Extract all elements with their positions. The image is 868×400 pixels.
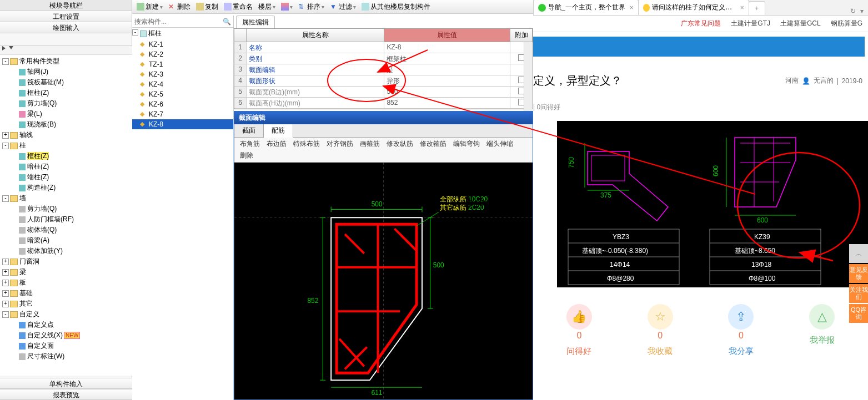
tree-item[interactable]: 剪力墙(Q) (2, 98, 130, 109)
section-tab[interactable]: 截面 (234, 124, 264, 137)
section-tool[interactable]: 画箍筋 (358, 139, 382, 149)
tree-category[interactable]: 墙 (2, 193, 130, 204)
collapse-icon[interactable] (9, 46, 13, 49)
section-tool[interactable]: 对齐钢筋 (324, 139, 355, 149)
property-row[interactable]: 6截面高(H边)(mm)852 (234, 98, 533, 109)
action-b[interactable]: ⇪0我分享 (728, 304, 754, 357)
action-y[interactable]: ☆0我收藏 (648, 304, 673, 357)
component-item[interactable]: KZ-5 (132, 89, 233, 99)
property-row[interactable]: 2类别框架柱 (234, 53, 533, 64)
tree-category[interactable]: 板 (2, 277, 130, 288)
tree-item[interactable]: 梁(L) (2, 109, 130, 119)
link-ggj[interactable]: 钢筋算量G (831, 19, 862, 28)
action-g[interactable]: △我举报 (809, 304, 835, 357)
component-item[interactable]: KZ-4 (132, 79, 233, 89)
tree-category[interactable]: 轴线 (2, 130, 130, 140)
expand-all-icon[interactable] (2, 46, 6, 50)
back-to-top[interactable]: ︿ (849, 244, 868, 263)
tree-item[interactable]: 自定义线(X)NEW (2, 330, 130, 341)
tree-category[interactable]: 自定义 (2, 309, 130, 320)
link-faq[interactable]: 广东常见问题 (681, 19, 721, 28)
property-row[interactable]: 5截面宽(B边)(mm)500 (234, 87, 533, 98)
tree-item[interactable]: 轴网(J) (2, 67, 130, 77)
section-tool[interactable]: 布角筋 (238, 139, 262, 149)
section-tool[interactable]: 修改箍筋 (418, 139, 449, 149)
tree-item[interactable]: 构造柱(Z) (2, 183, 130, 193)
layers-icon[interactable]: ▾ (279, 3, 295, 11)
tree-item[interactable]: 自定义面 (2, 341, 130, 351)
component-item[interactable]: KZ-7 (132, 109, 233, 119)
section-tab[interactable]: 配筋 (264, 124, 293, 138)
component-item[interactable]: KZ-1 (132, 39, 233, 49)
dim-bottom: 611 (372, 389, 383, 397)
component-item[interactable]: KZ-6 (132, 99, 233, 109)
copy-from-floors-button[interactable]: 从其他楼层复制构件 (359, 2, 433, 12)
close-icon[interactable]: × (630, 4, 634, 12)
rename-button[interactable]: 重命名 (222, 2, 255, 12)
tree-category[interactable]: 门窗洞 (2, 256, 130, 267)
search-icon[interactable]: 🔍 (223, 18, 231, 26)
link-gtj[interactable]: 土建计量GTJ (731, 19, 770, 28)
tree-category[interactable]: 柱 (2, 140, 130, 151)
component-tree-root[interactable]: 框柱 (132, 28, 233, 39)
tree-category[interactable]: 基础 (2, 288, 130, 298)
component-item[interactable]: KZ-3 (132, 69, 233, 79)
close-icon[interactable]: × (740, 4, 744, 12)
tree-item[interactable]: 暗柱(Z) (2, 161, 130, 172)
qq-consult-button[interactable]: QQ咨询 (849, 304, 868, 323)
browser-tab-1[interactable]: 请问这样的柱子如何定义，异型× (638, 0, 749, 15)
prop-header-value[interactable]: 属性值 (384, 29, 510, 42)
follow-us-button[interactable]: 关注我们 (849, 284, 868, 303)
tree-item[interactable]: 剪力墙(Q) (2, 204, 130, 214)
project-settings-panel[interactable]: 工程设置 (0, 11, 132, 22)
browser-tab-0[interactable]: 导航_一个主页，整个世界× (533, 0, 639, 15)
copy-button[interactable]: 复制 (194, 2, 220, 12)
component-item[interactable]: KZ-8 (132, 119, 233, 129)
filter-button[interactable]: ▼过滤▾ (328, 2, 358, 12)
delete-icon: ✕ (168, 3, 176, 11)
property-tab[interactable]: 属性编辑 (236, 16, 275, 29)
section-tool[interactable]: 端头伸缩 (484, 139, 515, 149)
feedback-button[interactable]: 意见反馈 (849, 264, 868, 283)
component-item[interactable]: TZ-1 (132, 59, 233, 69)
tree-item[interactable]: 砌体加筋(Y) (2, 246, 130, 256)
draw-input-panel[interactable]: 绘图输入 (0, 22, 132, 33)
tree-item[interactable]: 框柱(Z) (2, 88, 130, 98)
property-grid: 属性名称 属性值 附加 1名称KZ-82类别框架柱3截面编辑是4截面形状异形5截… (234, 28, 533, 109)
search-input[interactable] (134, 18, 223, 26)
tree-root[interactable]: 常用构件类型 (2, 56, 130, 67)
single-component-input[interactable]: 单构件输入 (0, 378, 132, 389)
tree-category[interactable]: 梁 (2, 267, 130, 277)
tree-item[interactable]: 尺寸标注(W) (2, 351, 130, 362)
report-preview[interactable]: 报表预览 (0, 389, 132, 400)
section-tool[interactable]: 修改纵筋 (384, 139, 415, 149)
floor-button[interactable]: 楼层▾ (256, 2, 278, 12)
section-tool[interactable]: 编辑弯钩 (451, 139, 482, 149)
tree-item[interactable]: 人防门框墙(RF) (2, 214, 130, 225)
delete-button[interactable]: ✕删除 (166, 2, 193, 12)
sort-button[interactable]: ⇅排序▾ (296, 2, 327, 12)
new-tab-button[interactable]: + (749, 1, 765, 15)
component-item[interactable]: KZ-2 (132, 49, 233, 59)
tree-item[interactable]: 框柱(Z) (2, 151, 130, 161)
tree-item[interactable]: 筏板基础(M) (2, 77, 130, 88)
tree-category[interactable]: 其它 (2, 298, 130, 309)
property-row[interactable]: 4截面形状异形 (234, 75, 533, 87)
property-row[interactable]: 3截面编辑是 (234, 64, 533, 75)
restore-tab-icon[interactable]: ↻ (850, 7, 856, 15)
section-tool[interactable]: 特殊布筋 (291, 139, 322, 149)
property-row[interactable]: 1名称KZ-8 (234, 42, 533, 53)
new-button[interactable]: 新建▾ (134, 2, 165, 12)
tree-item[interactable]: 暗梁(A) (2, 235, 130, 246)
component-search[interactable]: 🔍 (132, 16, 233, 28)
link-gcl[interactable]: 土建算量GCL (780, 19, 821, 28)
tab-menu-icon[interactable]: ▾ (860, 7, 864, 15)
action-r[interactable]: 👍0问得好 (566, 304, 592, 357)
user-name[interactable]: 无言的 (814, 76, 834, 85)
tree-item[interactable]: 现浇板(B) (2, 119, 130, 130)
section-tool[interactable]: 删除 (238, 151, 255, 160)
tree-item[interactable]: 砌体墙(Q) (2, 225, 130, 235)
tree-item[interactable]: 自定义点 (2, 320, 130, 330)
tree-item[interactable]: 端柱(Z) (2, 172, 130, 183)
section-tool[interactable]: 布边筋 (264, 139, 289, 149)
